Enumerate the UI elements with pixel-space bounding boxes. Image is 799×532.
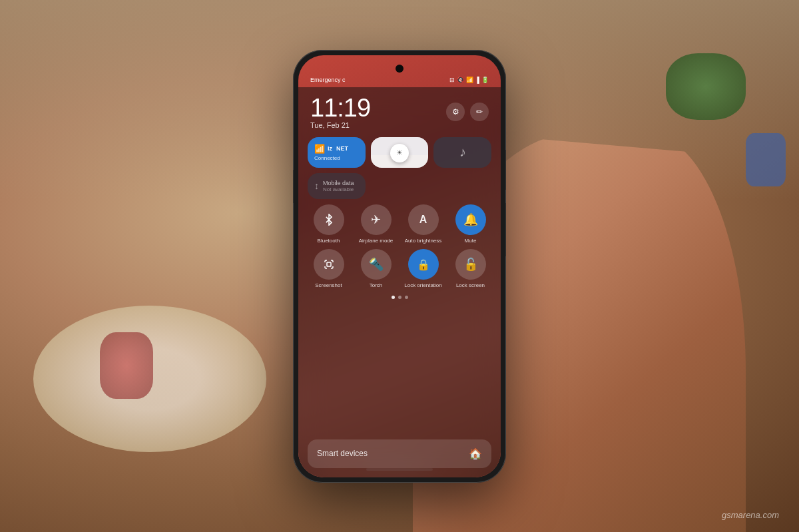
status-icons: ⊟ 🔇 📶 ▐ 🔋 (449, 77, 489, 83)
auto-brightness-toggle[interactable]: A Auto brightness (402, 204, 444, 244)
screenshot-toggle[interactable]: Screenshot (308, 249, 350, 289)
auto-brightness-icon: A (408, 204, 439, 235)
time-action-icons: ⚙ ✏ (446, 103, 489, 121)
brightness-knob[interactable]: ☀ (390, 144, 409, 162)
wifi-name-text: iz (328, 145, 332, 152)
toggles-row-2: Screenshot 🔦 Torch 🔒 Lock orientation (308, 249, 491, 289)
svg-rect-0 (327, 262, 331, 266)
settings-icon-button[interactable]: ⚙ (446, 103, 465, 121)
time-area: 11:19 Tue, Feb 21 ⚙ ✏ (298, 87, 501, 133)
emergency-call-text: Emergency c (310, 77, 346, 83)
control-center: 11:19 Tue, Feb 21 ⚙ ✏ � (298, 87, 501, 477)
mute-label: Mute (465, 238, 477, 244)
mute-toggle[interactable]: 🔔 Mute (449, 204, 491, 244)
mobile-sub: Not available (323, 186, 354, 192)
mobile-label: Mobile data (323, 180, 354, 186)
torch-label: Torch (370, 282, 383, 289)
bg-object-red (100, 332, 153, 399)
lock-screen-toggle[interactable]: 🔓 Lock screen (449, 249, 491, 289)
mobile-data-tile[interactable]: ↕ Mobile data Not available (308, 173, 366, 199)
phone: Emergency c ⊟ 🔇 📶 ▐ 🔋 11:19 Tue, Feb 21 (293, 50, 506, 483)
bluetooth-icon (314, 204, 344, 235)
wifi-header: 📶 iz NET (314, 144, 359, 154)
wifi-status-text: Connected (314, 155, 359, 161)
bg-plant (666, 53, 746, 120)
phone-wrapper: Emergency c ⊟ 🔇 📶 ▐ 🔋 11:19 Tue, Feb 21 (293, 50, 506, 483)
watermark: gsmarena.com (722, 510, 779, 520)
wifi-status-icon: 📶 (466, 77, 473, 83)
brightness-icon: ☀ (396, 148, 403, 157)
screenshot-label: Screenshot (315, 282, 342, 289)
brightness-tile[interactable]: ☀ (371, 137, 429, 168)
screenshot-icon (314, 249, 344, 280)
edit-icon-button[interactable]: ✏ (470, 103, 489, 121)
wifi-network: NET (336, 145, 348, 152)
battery-icon: 🔋 (481, 77, 489, 83)
music-note-icon: ♪ (459, 144, 466, 160)
signal-icon: ▐ (475, 77, 479, 83)
mute-status-icon: 🔇 (457, 77, 464, 83)
mute-icon: 🔔 (455, 204, 486, 235)
front-camera (396, 65, 403, 73)
bg-object-blue (746, 133, 786, 186)
dot-2 (398, 296, 401, 299)
clock-display: 11:19 (310, 95, 370, 121)
volume-left-button[interactable] (293, 170, 294, 203)
lock-screen-icon: 🔓 (455, 249, 486, 280)
smart-devices-label: Smart devices (317, 449, 368, 458)
dot-3 (405, 296, 408, 299)
date-display: Tue, Feb 21 (310, 121, 370, 129)
top-tiles-row: 📶 iz NET Connected (308, 137, 491, 168)
lock-orientation-label: Lock orientation (404, 282, 441, 289)
tiles-area: 📶 iz NET Connected (298, 133, 501, 439)
page-dots (308, 296, 491, 299)
mobile-data-icon: ↕ (314, 180, 319, 191)
wifi-tile[interactable]: 📶 iz NET Connected (308, 137, 366, 168)
time-block: 11:19 Tue, Feb 21 (310, 95, 370, 129)
smart-home-icon: 🏠 (469, 447, 482, 460)
lock-screen-label: Lock screen (456, 282, 485, 289)
status-bar: Emergency c ⊟ 🔇 📶 ▐ 🔋 (298, 77, 501, 83)
airplane-mode-toggle[interactable]: ✈ Airplane mode (355, 204, 397, 244)
wifi-ssid: iz (328, 145, 332, 152)
airplane-label: Airplane mode (359, 238, 394, 244)
toggles-row-1: Bluetooth ✈ Airplane mode A Auto brightn… (308, 204, 491, 244)
volume-button[interactable] (505, 203, 506, 256)
smart-devices-bar[interactable]: Smart devices 🏠 (308, 439, 491, 468)
lock-orientation-toggle[interactable]: 🔒 Lock orientation (402, 249, 444, 289)
torch-toggle[interactable]: 🔦 Torch (355, 249, 397, 289)
sim-icon: ⊟ (449, 77, 455, 83)
airplane-icon: ✈ (361, 204, 392, 235)
lock-orientation-icon: 🔒 (408, 249, 439, 280)
auto-brightness-label: Auto brightness (405, 238, 442, 244)
power-button[interactable] (505, 150, 506, 190)
bluetooth-toggle[interactable]: Bluetooth (308, 204, 350, 244)
second-row: ↕ Mobile data Not available (308, 173, 491, 199)
torch-icon: 🔦 (361, 249, 392, 280)
dot-1 (392, 296, 395, 299)
sound-tile[interactable]: ♪ (433, 137, 491, 168)
mobile-data-text: Mobile data Not available (323, 180, 354, 192)
bluetooth-label: Bluetooth (318, 238, 340, 244)
screen: Emergency c ⊟ 🔇 📶 ▐ 🔋 11:19 Tue, Feb 21 (298, 55, 501, 477)
wifi-icon: 📶 (314, 144, 325, 154)
